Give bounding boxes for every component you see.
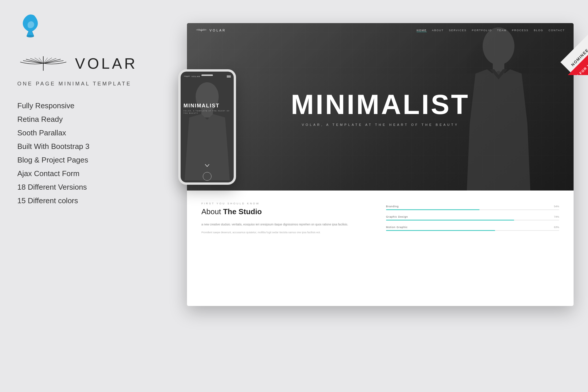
skill-bar-fill <box>386 230 495 231</box>
nav-link-home[interactable]: HOME <box>417 29 427 32</box>
about-left: FIRST YOU SHOULD KNOW About The Studio a… <box>201 202 374 236</box>
feature-item: Ajax Contact Form <box>17 169 89 178</box>
brand-name: VOLAR <box>75 55 137 72</box>
skill-name: Graphic Design <box>386 215 408 218</box>
skill-percent: 63% <box>554 226 559 229</box>
nav-logo: VOLAR <box>196 28 226 33</box>
hero-content: MINIMALIST VOLAR, A TEMPLATE AT THE HEAR… <box>291 91 470 126</box>
website-nav: VOLAR HOME ABOUT SERVICES PORTFOLIO TEAM… <box>187 23 574 38</box>
hero-subtitle: VOLAR, A TEMPLATE AT THE HEART OF THE BE… <box>291 123 470 126</box>
about-text-1: a new creative studuio. veritatis, eosqu… <box>201 222 374 227</box>
website-about: FIRST YOU SHOULD KNOW About The Studio a… <box>187 191 574 248</box>
about-title: About The Studio <box>201 207 374 216</box>
skill-motion-graphic: Motion Graphic 63% <box>386 226 559 231</box>
browser-window: VOLAR HOME ABOUT SERVICES PORTFOLIO TEAM… <box>187 23 574 306</box>
features-list: Fully Responsive Retina Ready Sooth Para… <box>17 101 89 210</box>
about-label: FIRST YOU SHOULD KNOW <box>201 202 374 205</box>
skill-bar-fill <box>386 220 514 221</box>
feature-item: Fully Responsive <box>17 101 89 110</box>
skill-name: Branding <box>386 205 399 208</box>
svg-line-19 <box>201 29 205 30</box>
phone-home-button[interactable] <box>203 172 211 181</box>
feature-item: 15 Different colors <box>17 196 89 205</box>
phone-hero-content: MINIMALIST VOLAR, A TEMPLATE AT THE HEAR… <box>181 97 234 120</box>
nav-link-services[interactable]: SERVICES <box>449 29 467 32</box>
phone-chevron-icon <box>205 163 209 168</box>
nav-link-process[interactable]: PROCESS <box>512 29 529 32</box>
phone-frame: VOLAR MINIMALI <box>178 69 236 185</box>
left-panel: VOLAR ONE PAGE MINIMAL TEMPLATE Fully Re… <box>0 0 185 392</box>
phone-speaker <box>201 74 213 76</box>
nav-link-team[interactable]: TEAM <box>497 29 507 32</box>
feature-item: Sooth Parallax <box>17 128 89 137</box>
website-hero: VOLAR HOME ABOUT SERVICES PORTFOLIO TEAM… <box>187 23 574 191</box>
skill-name: Motion Graphic <box>386 226 408 229</box>
feature-item: Retina Ready <box>17 115 89 124</box>
feature-item: Blog & Project Pages <box>17 156 89 165</box>
feature-item: Built With Bootstrap 3 <box>17 142 89 151</box>
phone-hero-title: MINIMALIST <box>183 103 231 109</box>
feature-item: 18 Different Versions <box>17 183 89 192</box>
person-silhouette <box>458 23 539 191</box>
skill-branding: Branding 54% <box>386 205 559 210</box>
right-panel: VOLAR HOME ABOUT SERVICES PORTFOLIO TEAM… <box>170 0 588 392</box>
volar-logo-area: VOLAR <box>17 55 137 72</box>
nav-link-portfolio[interactable]: PORTFOLIO <box>472 29 492 32</box>
about-skills: Branding 54% Graphic Design 74% <box>386 202 559 236</box>
phone-hero-subtitle: VOLAR, A TEMPLATE AT THE HEART OF THE BE… <box>183 110 231 114</box>
skill-graphic-design: Graphic Design 74% <box>386 215 559 221</box>
nav-link-about[interactable]: ABOUT <box>432 29 444 32</box>
about-text-2: Provident saepe deserunt, accusamus quia… <box>201 230 374 235</box>
nav-logo-text: VOLAR <box>209 29 226 32</box>
skill-bar-bg <box>386 230 559 231</box>
hero-title: MINIMALIST <box>291 91 470 118</box>
volar-wings-icon <box>17 55 69 72</box>
skill-percent: 74% <box>554 215 559 218</box>
phone-mockup: VOLAR MINIMALI <box>178 69 236 185</box>
nav-wings-icon <box>196 28 207 33</box>
drupal-logo <box>17 12 43 38</box>
phone-screen: VOLAR MINIMALI <box>181 72 234 182</box>
skill-percent: 54% <box>554 205 559 208</box>
brand-tagline: ONE PAGE MINIMAL TEMPLATE <box>17 81 131 87</box>
svg-line-16 <box>198 29 201 30</box>
skill-bar-bg <box>386 209 559 210</box>
skill-bar-bg <box>386 220 559 221</box>
skill-bar-fill <box>386 209 480 210</box>
svg-point-0 <box>27 35 34 38</box>
